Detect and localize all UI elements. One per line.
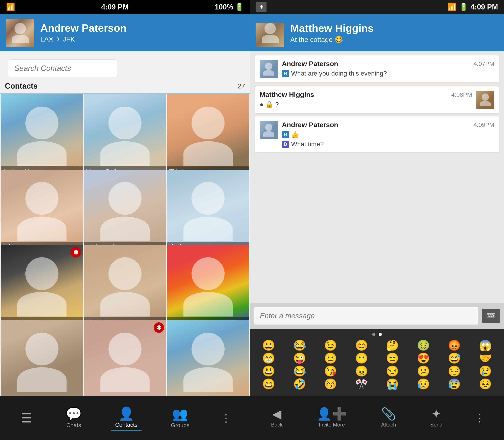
avatar-body bbox=[17, 217, 67, 241]
contact-bg-5 bbox=[167, 170, 249, 252]
avatar-body bbox=[101, 141, 150, 166]
emoji-3-7[interactable]: 😔 bbox=[448, 366, 461, 376]
contact-cell-3[interactable]: Krista Hunter bbox=[1, 170, 83, 252]
contact-avatar-shape bbox=[1, 170, 83, 252]
star-badge-10: ✱ bbox=[154, 322, 164, 333]
nav-contacts[interactable]: 👤 Contacts bbox=[111, 405, 142, 431]
status-icons-right: 📶 🔋 4:09 PM bbox=[447, 3, 498, 11]
emoji-2-5[interactable]: 😑 bbox=[386, 353, 399, 363]
search-input[interactable] bbox=[8, 59, 117, 77]
nav-chats[interactable]: 💬 Chats bbox=[62, 406, 86, 430]
nav-back[interactable]: ◀ Back bbox=[267, 406, 287, 430]
keyboard-button[interactable]: ⌨ bbox=[482, 309, 500, 323]
chat-header[interactable]: Matthew Higgins At the cottage 😂 bbox=[250, 14, 504, 51]
emoji-page-dots bbox=[253, 333, 501, 336]
contact-cell-1[interactable]: Megan Ball bbox=[84, 94, 166, 177]
invite-label: Invite More bbox=[319, 422, 345, 428]
emoji-3-4[interactable]: 😠 bbox=[355, 366, 368, 376]
emoji-4-7[interactable]: 😰 bbox=[448, 379, 461, 389]
emoji-1-7[interactable]: 😡 bbox=[448, 340, 461, 351]
nav-more-right[interactable]: ⋮ bbox=[473, 410, 487, 426]
emoji-3-8[interactable]: 😢 bbox=[479, 366, 492, 376]
emoji-3-2[interactable]: 😂 bbox=[293, 366, 306, 376]
right-panel: ✦ 📶 🔋 4:09 PM Matthew Higgins At the cot… bbox=[250, 0, 504, 440]
contact-cell-5[interactable]: Jiaxin bbox=[167, 170, 249, 252]
nav-send[interactable]: ✦ Send bbox=[426, 406, 446, 430]
contact-avatar-shape bbox=[167, 94, 249, 177]
message-input[interactable] bbox=[254, 307, 479, 325]
avatar-head bbox=[191, 333, 224, 365]
emoji-1-5[interactable]: 🤔 bbox=[386, 340, 399, 351]
emoji-dot-2[interactable] bbox=[379, 333, 382, 336]
contact-bg-0 bbox=[1, 94, 83, 177]
nav-groups[interactable]: 👥 Groups bbox=[167, 406, 194, 430]
emoji-4-2[interactable]: 🤣 bbox=[293, 379, 306, 389]
profile-header[interactable]: Andrew Paterson LAX ✈ JFK bbox=[0, 14, 250, 51]
chat-contact-status: At the cottage 😂 bbox=[290, 35, 374, 43]
groups-icon: 👥 bbox=[172, 408, 188, 420]
contact-cell-0[interactable]: Andrea Aime bbox=[1, 94, 83, 177]
emoji-2-7[interactable]: 😅 bbox=[448, 353, 461, 363]
emoji-1-6[interactable]: 🤢 bbox=[417, 340, 430, 351]
emoji-dot-1[interactable] bbox=[372, 333, 375, 336]
avatar-body bbox=[101, 292, 150, 316]
menu-icon: ☰ bbox=[21, 412, 32, 425]
emoji-1-1[interactable]: 😀 bbox=[262, 340, 275, 351]
emoji-4-1[interactable]: 😄 bbox=[262, 379, 275, 389]
contact-cell-4[interactable]: Christa Johnston bbox=[84, 170, 166, 252]
profile-info: Andrew Paterson LAX ✈ JFK bbox=[40, 22, 127, 43]
avatar-head bbox=[108, 257, 141, 290]
profile-avatar bbox=[6, 19, 34, 47]
contact-avatar-shape bbox=[84, 320, 166, 396]
chats-icon: 💬 bbox=[66, 408, 82, 420]
contact-cell-10[interactable]: ✱ bbox=[84, 320, 166, 396]
msg-content-3: Andrew Paterson 4:09PM R 👍 D What time? bbox=[282, 121, 494, 148]
avatar-head bbox=[108, 333, 141, 365]
emoji-1-4[interactable]: 😊 bbox=[355, 340, 368, 351]
emoji-1-2[interactable]: 😂 bbox=[293, 340, 306, 351]
contact-avatar-shape bbox=[84, 170, 166, 252]
emoji-1-8[interactable]: 😱 bbox=[479, 340, 492, 351]
emoji-2-3[interactable]: 😐 bbox=[324, 353, 337, 363]
emoji-4-8[interactable]: 😣 bbox=[479, 379, 492, 389]
emoji-4-6[interactable]: 😥 bbox=[417, 379, 430, 389]
contacts-title: Contacts bbox=[5, 82, 38, 90]
chat-header-info: Matthew Higgins At the cottage 😂 bbox=[290, 22, 374, 43]
emoji-4-5[interactable]: 😭 bbox=[386, 379, 399, 389]
nav-menu[interactable]: ☰ bbox=[17, 410, 36, 426]
emoji-3-1[interactable]: 😃 bbox=[262, 366, 275, 376]
nav-attach[interactable]: 📎 Attach bbox=[377, 406, 400, 430]
emoji-2-4[interactable]: 😶 bbox=[355, 353, 368, 363]
emoji-row-2: 😁 😜 😐 😶 😑 😍 😅 🤝 bbox=[253, 353, 501, 363]
contact-cell-7[interactable]: Melanie bbox=[84, 245, 166, 327]
chat-avatar bbox=[256, 19, 284, 47]
emoji-row-4: 😄 🤣 😚 🎌 😭 😥 😰 😣 bbox=[253, 379, 501, 389]
contact-cell-8[interactable]: Tamara bbox=[167, 245, 249, 327]
emoji-4-4[interactable]: 🎌 bbox=[355, 379, 368, 389]
msg-time-3: 4:09PM bbox=[474, 122, 494, 128]
nav-invite[interactable]: 👤➕ Invite More bbox=[313, 406, 351, 430]
contact-bg-2 bbox=[167, 94, 249, 177]
emoji-3-5[interactable]: 😒 bbox=[386, 366, 399, 376]
contact-avatar-shape bbox=[84, 245, 166, 327]
avatar-head bbox=[25, 107, 58, 139]
emoji-4-3[interactable]: 😚 bbox=[324, 379, 337, 389]
message-3: Andrew Paterson 4:09PM R 👍 D What time? bbox=[255, 116, 499, 152]
contact-cell-9[interactable] bbox=[1, 320, 83, 396]
status-bar-left: 📶 4:09 PM 100% 🔋 bbox=[0, 0, 250, 14]
contact-cell-11[interactable] bbox=[167, 320, 249, 396]
emoji-2-2[interactable]: 😜 bbox=[293, 353, 306, 363]
contact-avatar-shape bbox=[1, 245, 83, 327]
contact-cell-6[interactable]: Jeff McDowell✱ bbox=[1, 245, 83, 327]
emoji-1-3[interactable]: 😉 bbox=[324, 340, 337, 351]
emoji-2-8[interactable]: 🤝 bbox=[479, 353, 492, 363]
emoji-3-3[interactable]: 😘 bbox=[324, 366, 337, 376]
emoji-row-3: 😃 😂 😘 😠 😒 😕 😔 😢 bbox=[253, 366, 501, 376]
emoji-2-6[interactable]: 😍 bbox=[417, 353, 430, 363]
emoji-2-1[interactable]: 😁 bbox=[262, 353, 275, 363]
emoji-3-6[interactable]: 😕 bbox=[417, 366, 430, 376]
nav-more-left[interactable]: ⋮ bbox=[219, 410, 233, 426]
contact-cell-2[interactable]: Elliott bbox=[167, 94, 249, 177]
bottom-nav-left: ☰ 💬 Chats 👤 Contacts 👥 Groups ⋮ bbox=[0, 396, 250, 440]
avatar-head bbox=[25, 182, 58, 215]
